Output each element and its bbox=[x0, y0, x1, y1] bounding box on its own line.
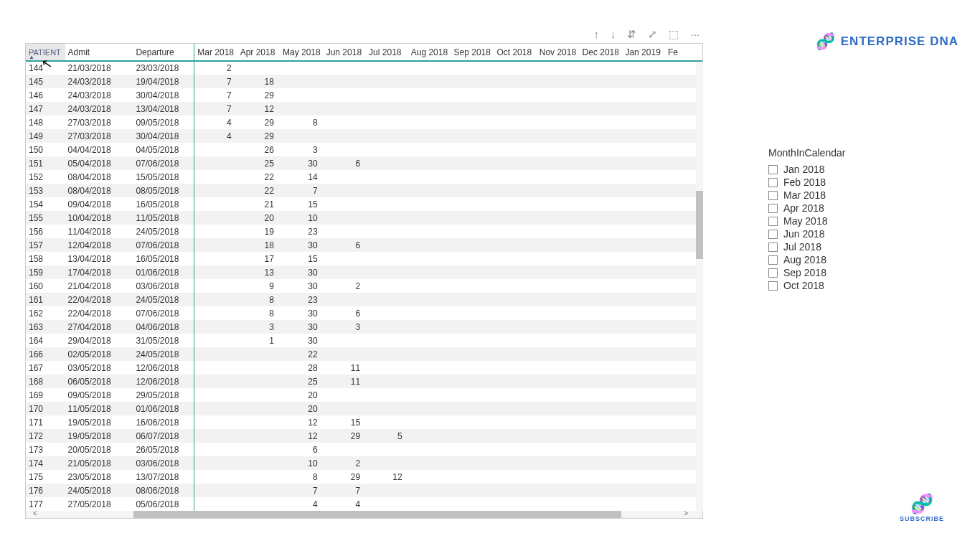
table-row[interactable]: 17119/05/201816/06/20181215 bbox=[26, 415, 702, 429]
cell: 1 bbox=[237, 334, 280, 347]
table-row[interactable]: 17421/05/201803/06/2018102 bbox=[26, 456, 702, 470]
scroll-thumb[interactable] bbox=[133, 511, 621, 518]
cell bbox=[494, 402, 536, 415]
table-row[interactable]: 15308/04/201808/05/2018227 bbox=[26, 184, 702, 197]
table-row[interactable]: 17219/05/201806/07/201812295 bbox=[26, 429, 702, 443]
slicer-option[interactable]: Aug 2018 bbox=[768, 253, 912, 266]
vertical-scrollbar[interactable] bbox=[696, 62, 703, 511]
subscribe-badge[interactable]: 🧬 SUBSCRIBE bbox=[900, 493, 944, 522]
matrix-visual[interactable]: PATIENT▲ Admit Departure Mar 2018Apr 201… bbox=[25, 43, 703, 519]
col-header-month[interactable]: Jun 2018 bbox=[324, 44, 366, 61]
table-row[interactable]: 14421/03/201823/03/20182 bbox=[26, 61, 702, 75]
slicer-option[interactable]: Feb 2018 bbox=[768, 176, 912, 189]
table-row[interactable]: 15208/04/201815/05/20182214 bbox=[26, 170, 702, 184]
scroll-right-icon[interactable]: > bbox=[684, 509, 688, 517]
table-row[interactable]: 14524/03/201819/04/2018718 bbox=[26, 75, 702, 88]
cell: 15 bbox=[280, 252, 324, 265]
table-row[interactable]: 14827/03/201809/05/20184298 bbox=[26, 116, 702, 129]
slicer-option[interactable]: Mar 2018 bbox=[768, 189, 912, 202]
table-row[interactable]: 15611/04/201824/05/20181923 bbox=[26, 225, 702, 238]
checkbox-icon[interactable] bbox=[768, 281, 778, 291]
col-header-month[interactable]: Fe bbox=[665, 44, 702, 61]
col-header-month[interactable]: Nov 2018 bbox=[537, 44, 580, 61]
slicer-option[interactable]: Jul 2018 bbox=[768, 240, 912, 253]
cell bbox=[366, 347, 408, 361]
table-row[interactable]: 16122/04/201824/05/2018823 bbox=[26, 293, 702, 306]
table-row[interactable]: 15712/04/201807/06/201818306 bbox=[26, 238, 702, 252]
cell bbox=[366, 279, 408, 293]
table-row[interactable]: 17523/05/201813/07/201882912 bbox=[26, 470, 702, 484]
col-header-month[interactable]: Aug 2018 bbox=[408, 44, 451, 61]
cell bbox=[194, 334, 237, 347]
table-row[interactable]: 14624/03/201830/04/2018729 bbox=[26, 88, 702, 102]
table-row[interactable]: 15105/04/201807/06/201825306 bbox=[26, 156, 702, 170]
col-header-month[interactable]: Jul 2018 bbox=[366, 44, 408, 61]
checkbox-icon[interactable] bbox=[768, 191, 778, 200]
table-row[interactable]: 14724/03/201813/04/2018712 bbox=[26, 102, 702, 116]
table-row[interactable]: 16021/04/201803/06/20189302 bbox=[26, 279, 702, 293]
col-header-month[interactable]: Mar 2018 bbox=[194, 44, 237, 61]
cell bbox=[237, 375, 280, 388]
slicer-option[interactable]: Jun 2018 bbox=[768, 227, 912, 240]
table-row[interactable]: 14927/03/201830/04/2018429 bbox=[26, 129, 702, 143]
col-header-departure[interactable]: Departure bbox=[133, 44, 194, 61]
slicer-option[interactable]: Apr 2018 bbox=[768, 202, 912, 215]
focus-mode-icon[interactable]: ⬚ bbox=[669, 28, 679, 41]
table-row[interactable]: 15510/04/201811/05/20182010 bbox=[26, 211, 702, 225]
slicer-option[interactable]: May 2018 bbox=[768, 215, 912, 227]
col-header-month[interactable]: Dec 2018 bbox=[580, 44, 623, 61]
col-header-admit[interactable]: Admit bbox=[65, 44, 133, 61]
col-header-month[interactable]: Oct 2018 bbox=[494, 44, 536, 61]
expand-icon[interactable]: ⤢ bbox=[648, 28, 657, 41]
col-header-month[interactable]: Sep 2018 bbox=[451, 44, 494, 61]
table-row[interactable]: 16327/04/201804/06/20183303 bbox=[26, 320, 702, 334]
drill-up-icon[interactable]: ↑ bbox=[593, 28, 599, 40]
horizontal-scrollbar[interactable]: < > bbox=[26, 511, 702, 518]
checkbox-icon[interactable] bbox=[768, 242, 778, 252]
checkbox-icon[interactable] bbox=[768, 165, 778, 174]
table-row[interactable]: 16909/05/201829/05/201820 bbox=[26, 388, 702, 402]
table-row[interactable]: 17727/05/201805/06/201844 bbox=[26, 497, 702, 511]
slicer-option[interactable]: Sep 2018 bbox=[768, 266, 912, 279]
cell bbox=[194, 320, 237, 334]
cell bbox=[194, 252, 237, 265]
drill-hierarchy-icon[interactable]: ⇵ bbox=[627, 28, 636, 41]
cell bbox=[494, 306, 536, 320]
table-row[interactable]: 16703/05/201812/06/20182811 bbox=[26, 361, 702, 375]
table-row[interactable]: 15409/04/201816/05/20182115 bbox=[26, 197, 702, 211]
cell bbox=[494, 116, 536, 129]
col-header-month[interactable]: Apr 2018 bbox=[237, 44, 280, 61]
slicer-option[interactable]: Jan 2018 bbox=[768, 163, 912, 176]
table-row[interactable]: 15917/04/201801/06/20181330 bbox=[26, 265, 702, 279]
table-row[interactable]: 16222/04/201807/06/20188306 bbox=[26, 306, 702, 320]
col-header-month[interactable]: May 2018 bbox=[280, 44, 324, 61]
slicer-visual[interactable]: MonthInCalendar Jan 2018Feb 2018Mar 2018… bbox=[768, 147, 912, 292]
table-row[interactable]: 15004/04/201804/05/2018263 bbox=[26, 143, 702, 156]
cell bbox=[537, 415, 580, 429]
slicer-option[interactable]: Oct 2018 bbox=[768, 279, 912, 292]
checkbox-icon[interactable] bbox=[768, 268, 778, 278]
cell bbox=[366, 306, 408, 320]
col-header-patient[interactable]: PATIENT▲ bbox=[26, 44, 65, 61]
table-row[interactable]: 16806/05/201812/06/20182511 bbox=[26, 375, 702, 388]
cell: 147 bbox=[26, 102, 65, 116]
table-row[interactable]: 17320/05/201826/05/20186 bbox=[26, 443, 702, 456]
table-row[interactable]: 17624/05/201808/06/201877 bbox=[26, 484, 702, 497]
drill-down-icon[interactable]: ↓ bbox=[611, 28, 616, 40]
col-header-month[interactable]: Jan 2019 bbox=[622, 44, 664, 61]
cell bbox=[324, 61, 366, 75]
checkbox-icon[interactable] bbox=[768, 178, 778, 187]
table-row[interactable]: 17011/05/201801/06/201820 bbox=[26, 402, 702, 415]
scroll-thumb[interactable] bbox=[696, 191, 703, 259]
table-row[interactable]: 16429/04/201831/05/2018130 bbox=[26, 334, 702, 347]
checkbox-icon[interactable] bbox=[768, 230, 778, 239]
more-options-icon[interactable]: ··· bbox=[690, 28, 699, 40]
cell: 20 bbox=[280, 402, 324, 415]
checkbox-icon[interactable] bbox=[768, 217, 778, 226]
table-row[interactable]: 15813/04/201816/05/20181715 bbox=[26, 252, 702, 265]
checkbox-icon[interactable] bbox=[768, 204, 778, 213]
scroll-left-icon[interactable]: < bbox=[33, 509, 37, 517]
table-row[interactable]: 16602/05/201824/05/201822 bbox=[26, 347, 702, 361]
checkbox-icon[interactable] bbox=[768, 255, 778, 265]
cell: 155 bbox=[26, 211, 65, 225]
